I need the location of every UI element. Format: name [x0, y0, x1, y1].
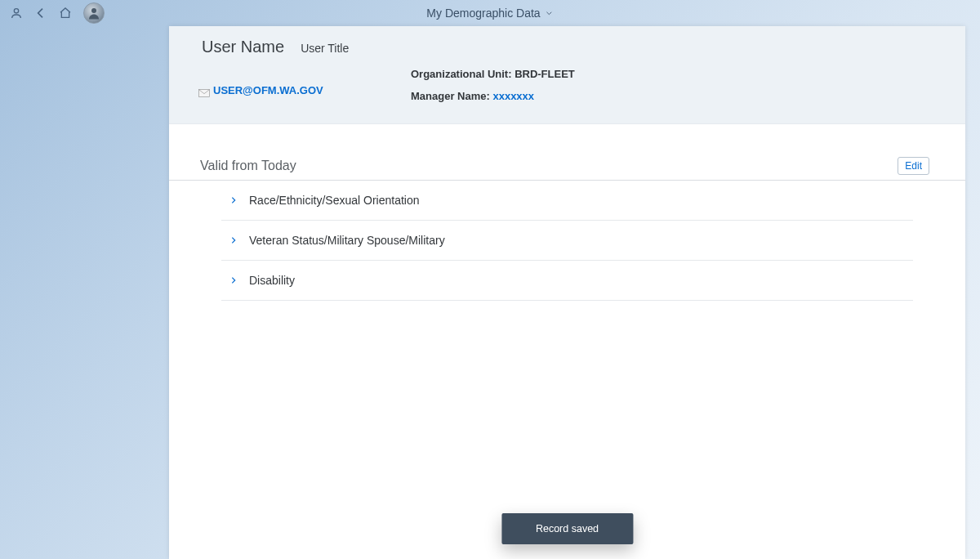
chevron-right-icon [229, 195, 238, 206]
user-icon[interactable] [10, 7, 23, 20]
org-unit-value: BRD-FLEET [514, 68, 575, 80]
page-title: My Demographic Data [426, 7, 540, 20]
details-row: USER@OFM.WA.GOV Organizational Unit: BRD… [198, 68, 949, 112]
toast-record-saved: Record saved [501, 513, 633, 544]
section-label: Race/Ethnicity/Sexual Orientation [249, 194, 420, 207]
org-unit-line: Organizational Unit: BRD-FLEET [411, 68, 575, 80]
user-title: User Title [301, 42, 349, 55]
email-link[interactable]: USER@OFM.WA.GOV [213, 84, 323, 96]
manager-line: Manager Name: xxxxxxx [411, 90, 575, 102]
valid-from-text: Valid from Today [200, 159, 296, 173]
org-block: Organizational Unit: BRD-FLEET Manager N… [411, 68, 575, 112]
user-name: User Name [202, 38, 284, 56]
org-unit-label: Organizational Unit: [411, 68, 512, 80]
email-block: USER@OFM.WA.GOV [198, 68, 362, 112]
svg-point-0 [14, 9, 18, 13]
chevron-down-icon [546, 9, 554, 17]
mail-icon [198, 86, 210, 94]
section-veteran[interactable]: Veteran Status/Military Spouse/Military [221, 221, 913, 261]
shell-topbar: My Demographic Data [0, 0, 980, 26]
avatar[interactable] [83, 2, 105, 24]
name-row: User Name User Title [202, 38, 949, 56]
section-race[interactable]: Race/Ethnicity/Sexual Orientation [221, 181, 913, 221]
subheader-row: Valid from Today Edit [169, 124, 965, 181]
page-title-dropdown[interactable]: My Demographic Data [426, 7, 553, 20]
section-label: Disability [249, 274, 295, 287]
manager-link[interactable]: xxxxxxx [492, 90, 534, 102]
chevron-right-icon [229, 275, 238, 286]
back-icon[interactable] [34, 7, 47, 20]
user-header-block: User Name User Title USER@OFM.WA.GOV Org… [169, 26, 965, 124]
topbar-left-group [10, 2, 105, 24]
home-icon[interactable] [59, 7, 72, 20]
toast-message: Record saved [536, 523, 599, 534]
sections-container: Race/Ethnicity/Sexual Orientation Vetera… [169, 181, 965, 301]
chevron-right-icon [229, 235, 238, 246]
section-label: Veteran Status/Military Spouse/Military [249, 234, 445, 247]
manager-label: Manager Name: [411, 90, 490, 102]
edit-button[interactable]: Edit [898, 157, 929, 175]
svg-point-1 [91, 8, 96, 13]
section-disability[interactable]: Disability [221, 261, 913, 301]
content-card: User Name User Title USER@OFM.WA.GOV Org… [169, 26, 965, 559]
